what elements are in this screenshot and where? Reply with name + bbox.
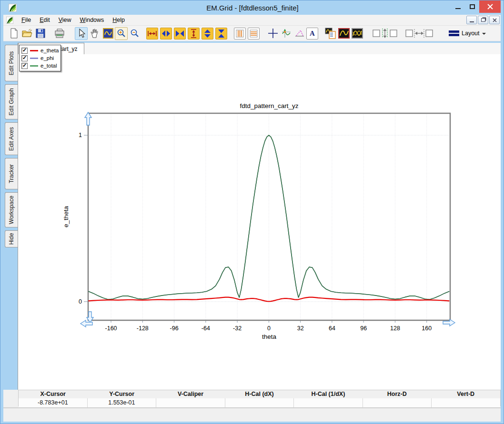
expand-y-button[interactable]: [188, 28, 200, 39]
status-bar: X-Cursor Y-Cursor V-Caliper H-Cal (dX) H…: [3, 390, 501, 408]
arrows-out-y-button[interactable]: [202, 28, 213, 39]
tracker-axes-button[interactable]: [280, 27, 292, 40]
plot-multi-icon: [352, 28, 363, 39]
header-h-cal-1dx: H-Cal (1/dX): [294, 390, 363, 398]
x-tick-label: -32: [233, 325, 242, 332]
pan-hand-button[interactable]: [88, 27, 101, 40]
menu-bar: File Edit View Windows Help: [3, 15, 501, 26]
crosshair-button[interactable]: [266, 27, 279, 40]
zoom-out-button[interactable]: [128, 27, 141, 40]
legend-label: e_phi: [40, 55, 54, 61]
sidebar: Edit Plots Edit Graph Edit Axes Tracker …: [3, 41, 18, 390]
print-button[interactable]: [53, 27, 66, 40]
sidebar-tab-hide[interactable]: Hide: [5, 230, 18, 247]
menu-file[interactable]: File: [17, 16, 35, 24]
hand-icon: [90, 29, 100, 38]
crosshair-icon: [268, 28, 278, 39]
legend-item: ✓ e_theta: [21, 47, 59, 54]
menu-edit[interactable]: Edit: [35, 16, 54, 24]
zoom-in-button[interactable]: [115, 27, 128, 40]
header-vert-d: Vert-D: [432, 390, 500, 398]
caliper-triangle-icon: [294, 29, 305, 38]
text-annotation-button[interactable]: A: [306, 28, 318, 39]
plot-report-button[interactable]: [324, 27, 337, 40]
vertical-gridlines-button[interactable]: [234, 28, 246, 39]
compress-x-button[interactable]: [174, 28, 186, 39]
menu-windows[interactable]: Windows: [76, 16, 109, 24]
header-horz-d: Horz-D: [363, 390, 431, 398]
value-y-cursor: 1.553e-01: [87, 398, 156, 407]
plot-title: fdtd_pattern_cart_yz: [240, 102, 298, 109]
sidebar-tab-edit-plots[interactable]: Edit Plots: [5, 45, 18, 81]
y-tick-label: 1: [79, 132, 82, 138]
maximize-button[interactable]: [465, 0, 479, 13]
compress-x-icon: [175, 30, 184, 37]
expand-x-button[interactable]: [146, 28, 158, 39]
mdi-close-button[interactable]: [489, 16, 500, 24]
expand-y-icon: [190, 29, 197, 38]
arrows-out-y-icon: [204, 29, 211, 38]
legend-swatch: [30, 65, 38, 67]
sidebar-tab-tracker[interactable]: Tracker: [5, 158, 18, 189]
plot-single-button[interactable]: [337, 27, 350, 40]
y-tick-label: 0: [79, 298, 82, 305]
minimize-button[interactable]: [451, 0, 465, 13]
menu-help-accel: H: [112, 17, 117, 23]
compress-y-button[interactable]: [215, 28, 227, 39]
plot-canvas[interactable]: -160-128-96-64-32032649612816001fdtd_pat…: [18, 54, 501, 390]
sidebar-tab-workspace[interactable]: Workspace: [5, 192, 18, 227]
mdi-minimize-button[interactable]: [466, 16, 477, 24]
new-file-icon: [9, 28, 19, 39]
plot-multi-button[interactable]: [351, 27, 363, 40]
open-file-button[interactable]: [20, 27, 33, 40]
menu-help-rest: elp: [117, 17, 125, 23]
layout-dropdown[interactable]: Layout: [445, 27, 490, 40]
layout-icon: [449, 30, 459, 36]
save-floppy-icon: [36, 29, 45, 38]
menu-view-accel: V: [59, 17, 62, 23]
sidebar-tab-edit-graph[interactable]: Edit Graph: [5, 84, 18, 119]
check-icon: ✓: [22, 55, 27, 60]
legend-checkbox-e-theta[interactable]: ✓: [21, 48, 28, 54]
legend-checkbox-e-phi[interactable]: ✓: [21, 55, 28, 61]
legend-swatch: [30, 50, 38, 51]
zoom-window-button[interactable]: [101, 27, 114, 40]
toolbar: A Layout: [3, 26, 501, 41]
pan-up-arrow[interactable]: [85, 112, 91, 125]
value-horz-d: [363, 398, 432, 407]
legend-swatch: [30, 58, 38, 59]
arrows-out-x-button[interactable]: [160, 28, 172, 39]
menu-windows-rest: indows: [85, 17, 104, 23]
menu-view[interactable]: View: [54, 16, 76, 24]
mdi-restore-button[interactable]: [478, 16, 488, 24]
menu-help[interactable]: Help: [108, 16, 129, 24]
menu-view-rest: iew: [62, 17, 71, 23]
vertical-distance-button[interactable]: [372, 27, 399, 40]
sidebar-tab-edit-axes[interactable]: Edit Axes: [5, 122, 18, 155]
tracker-axes-icon: [281, 28, 292, 39]
menu-windows-accel: W: [80, 17, 86, 23]
mdi-restore-icon: [481, 18, 485, 22]
vertical-gridlines-icon: [236, 30, 244, 38]
mdi-close-icon: [493, 18, 497, 22]
save-file-button[interactable]: [34, 27, 47, 40]
horizontal-distance-button[interactable]: [404, 27, 434, 40]
legend-checkbox-e-total[interactable]: ✓: [21, 63, 28, 69]
plot-report-icon: [325, 28, 336, 39]
plot-single-icon: [338, 28, 350, 39]
open-folder-icon: [21, 29, 33, 38]
chevron-down-icon: [482, 33, 486, 35]
x-tick-label: 0: [267, 325, 271, 332]
expand-x-icon: [148, 30, 157, 37]
sidebar-tab-label: Edit Graph: [8, 88, 15, 115]
x-tick-label: 64: [329, 325, 335, 332]
close-button[interactable]: [479, 0, 501, 13]
new-file-button[interactable]: [7, 27, 20, 40]
caliper-triangle-button[interactable]: [293, 27, 306, 40]
horizontal-gridlines-button[interactable]: [248, 28, 260, 39]
pointer-tool-button[interactable]: [75, 27, 88, 40]
print-icon: [54, 29, 65, 39]
menu-file-rest: ile: [25, 17, 31, 23]
mdi-minimize-icon: [470, 21, 474, 22]
mdi-document-icon: [6, 17, 13, 24]
